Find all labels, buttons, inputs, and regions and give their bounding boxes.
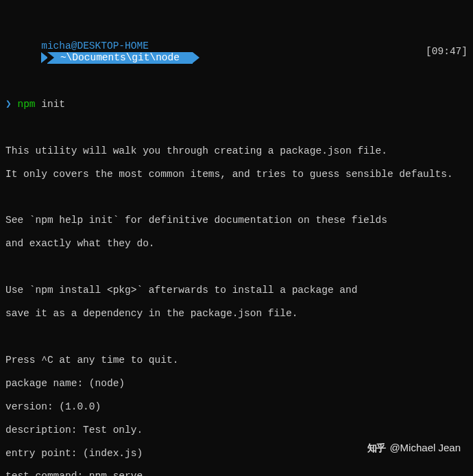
output-line: save it as a dependency in the package.j…	[5, 308, 468, 320]
path-segment: ~\Documents\git\node	[47, 52, 192, 64]
output-line: See `npm help init` for definitive docum…	[5, 215, 468, 226]
command-binary: npm	[17, 99, 35, 110]
output-line: test command: npm serve	[5, 471, 468, 476]
output-line: Press ^C at any time to quit.	[5, 355, 468, 366]
output-line: package name: (node)	[5, 378, 468, 390]
clock-segment: [09:47]	[426, 46, 468, 58]
output-line	[5, 261, 468, 273]
prompt-header: micha@DESKTOP-HOME ~\Documents\git\node …	[5, 29, 468, 75]
user-host-segment: micha@DESKTOP-HOME	[41, 40, 149, 51]
output-line: Use `npm install <pkg>` afterwards to in…	[5, 285, 468, 296]
path-text: ~\Documents\git\node	[60, 52, 180, 63]
command-argument: init	[41, 99, 65, 110]
output-line	[5, 192, 468, 204]
prompt-left: micha@DESKTOP-HOME ~\Documents\git\node	[5, 29, 199, 75]
output-line: and exactly what they do.	[5, 238, 468, 250]
arrow-icon	[193, 52, 199, 63]
output-line: version: (1.0.0)	[5, 401, 468, 413]
zhihu-logo-icon: 知乎	[367, 442, 385, 453]
output-line: It only covers the most common items, an…	[5, 169, 468, 180]
watermark: 知乎 @Michael Jean	[367, 442, 461, 454]
arrow-icon	[47, 52, 54, 63]
watermark-handle: @Michael Jean	[389, 442, 461, 454]
terminal-window[interactable]: micha@DESKTOP-HOME ~\Documents\git\node …	[0, 0, 473, 476]
output-line: This utility will walk you through creat…	[5, 145, 468, 157]
output-line: description: Test only.	[5, 425, 468, 436]
output-block: This utility will walk you through creat…	[5, 134, 468, 476]
output-line	[5, 331, 468, 343]
command-line[interactable]: ❯ npm init	[5, 99, 468, 110]
path-segment-wrap: ~\Documents\git\node	[41, 52, 198, 64]
prompt-caret-icon: ❯	[5, 99, 12, 110]
